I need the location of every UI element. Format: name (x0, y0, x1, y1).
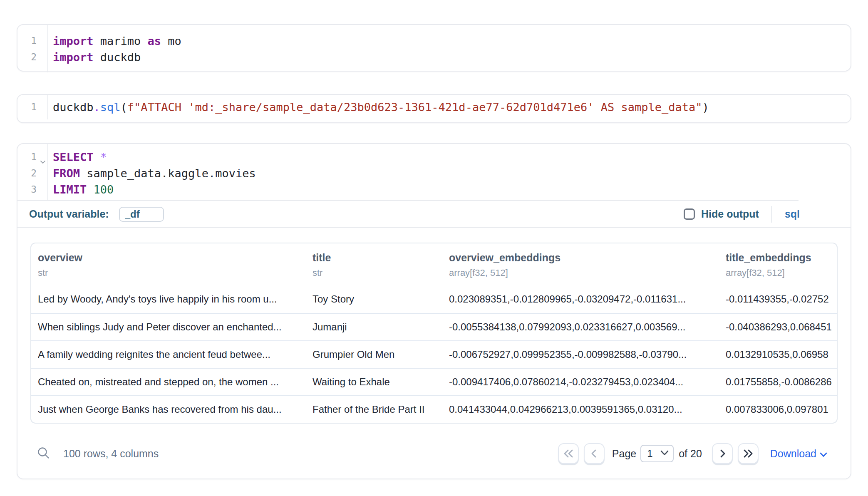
code-token: marimo (94, 35, 148, 47)
line-number: 2 (17, 165, 37, 181)
column-header-title_embeddings[interactable]: title_embeddingsarray[f32, 512] (726, 252, 837, 285)
code-token: mo (161, 35, 181, 47)
column-header-title[interactable]: titlestr (312, 252, 449, 285)
table-cell: A family wedding reignites the ancient f… (38, 349, 312, 360)
line-number: 1 (17, 33, 37, 49)
table-cell: Father of the Bride Part II (312, 404, 449, 415)
column-type: array[f32, 512] (449, 268, 722, 278)
column-header-overview_embeddings[interactable]: overview_embeddingsarray[f32, 512] (449, 252, 726, 285)
code-editor[interactable]: 1SELECT *2FROM sample_data.kaggle.movies… (17, 144, 851, 200)
table-cell: Waiting to Exhale (312, 376, 449, 388)
column-type: str (312, 268, 445, 278)
code-token: sample_data.kaggle.movies (80, 167, 256, 180)
page-total: of 20 (679, 448, 702, 460)
next-page-icon (718, 449, 727, 458)
prev-page-button[interactable] (584, 443, 605, 464)
code-line[interactable]: 1duckdb.sql(f"ATTACH 'md:_share/sample_d… (17, 99, 851, 115)
column-name: overview_embeddings (449, 252, 722, 264)
table-cell: Grumpier Old Men (312, 349, 449, 360)
table-cell: 0.023089351,-0.012809965,-0.03209472,-0.… (449, 293, 726, 305)
code-token: FROM (53, 167, 80, 180)
next-page-button[interactable] (712, 443, 733, 464)
fold-chevron-icon[interactable] (39, 154, 47, 161)
code-line[interactable]: 2FROM sample_data.kaggle.movies (17, 165, 851, 181)
table-footer: 100 rows, 4 columns Page 1 (17, 440, 851, 467)
table-cell: 0.01755858,-0.0086286 (726, 376, 837, 388)
table-row: A family wedding reignites the ancient f… (31, 340, 837, 368)
code-cell-imports: 1import marimo as mo2import duckdb (17, 24, 851, 72)
code-line[interactable]: 2import duckdb (17, 49, 851, 65)
select-chevron-icon (660, 450, 669, 457)
hide-output-checkbox[interactable] (684, 208, 695, 220)
table-cell: Cheated on, mistreated and stepped on, t… (38, 376, 312, 388)
result-table: overviewstrtitlestroverview_embeddingsar… (30, 243, 838, 424)
table-cell: -0.0055384138,0.07992093,0.023316627,0.0… (449, 321, 726, 333)
hide-output-label[interactable]: Hide output (701, 208, 759, 220)
code-line[interactable]: 1SELECT * (17, 149, 851, 165)
sql-cell: 1SELECT *2FROM sample_data.kaggle.movies… (17, 143, 851, 479)
output-variable-bar: Output variable: Hide output sql (17, 201, 851, 228)
table-cell: -0.011439355,-0.02752 (726, 293, 837, 305)
code-editor[interactable]: 1import marimo as mo2import duckdb (17, 25, 851, 72)
first-page-button[interactable] (558, 443, 579, 464)
table-cell: 0.0132910535,0.06958 (726, 349, 837, 360)
code-line[interactable]: 3LIMIT 100 (17, 181, 851, 198)
output-variable-input[interactable] (119, 207, 164, 222)
table-cell: -0.009417406,0.07860214,-0.023279453,0.0… (449, 376, 726, 388)
prev-page-icon (590, 449, 599, 458)
table-row: Just when George Banks has recovered fro… (31, 395, 837, 423)
output-variable-label: Output variable: (29, 208, 109, 220)
code-token: duckdb (53, 101, 94, 114)
column-header-overview[interactable]: overviewstr (38, 252, 312, 285)
row-column-count: 100 rows, 4 columns (63, 448, 159, 460)
page-label: Page (612, 448, 636, 460)
table-cell: When siblings Judy and Peter discover an… (38, 321, 312, 333)
table-cell: Just when George Banks has recovered fro… (38, 404, 312, 415)
table-cell: 0.041433044,0.042966213,0.0039591365,0.0… (449, 404, 726, 415)
code-token: 100 (94, 183, 114, 196)
code-token: SELECT (53, 151, 94, 164)
table-cell: Jumanji (312, 321, 449, 333)
download-chevron-icon (816, 448, 827, 460)
code-token: ( (121, 101, 127, 114)
code-token: sql (100, 101, 121, 114)
column-type: str (38, 268, 308, 278)
page-select-value: 1 (647, 448, 652, 459)
line-number: 1 (17, 99, 37, 115)
table-header-row: overviewstrtitlestroverview_embeddingsar… (31, 243, 837, 285)
last-page-icon (743, 449, 754, 458)
code-token: duckdb (94, 51, 141, 64)
code-editor[interactable]: 1duckdb.sql(f"ATTACH 'md:_share/sample_d… (17, 95, 851, 119)
table-cell: 0.007833006,0.097801 (726, 404, 837, 415)
download-button[interactable]: Download (770, 448, 827, 460)
code-token: ) (702, 101, 709, 114)
table-cell: -0.040386293,0.068451 (726, 321, 837, 333)
search-icon (37, 446, 51, 461)
code-token: . (94, 101, 100, 114)
table-cell: Toy Story (312, 293, 449, 305)
line-number: 1 (17, 149, 37, 165)
code-token: import (53, 35, 94, 47)
code-token: LIMIT (53, 183, 87, 196)
column-type: array[f32, 512] (726, 268, 837, 278)
table-row: Led by Woody, Andy's toys live happily i… (31, 285, 837, 313)
column-name: title_embeddings (726, 252, 837, 264)
pagination: Page 1 of 20 (558, 443, 827, 464)
code-token (94, 151, 100, 164)
code-cell-attach-db: 1duckdb.sql(f"ATTACH 'md:_share/sample_d… (17, 94, 851, 123)
table-cell: Led by Woody, Andy's toys live happily i… (38, 293, 312, 305)
page-select[interactable]: 1 (640, 445, 674, 462)
table-body: Led by Woody, Andy's toys live happily i… (31, 285, 837, 423)
table-cell: -0.006752927,0.099952355,-0.009982588,-0… (449, 349, 726, 360)
search-button[interactable] (36, 446, 52, 461)
column-name: overview (38, 252, 308, 264)
code-line[interactable]: 1import marimo as mo (17, 33, 851, 49)
table-row: When siblings Judy and Peter discover an… (31, 313, 837, 340)
download-label: Download (770, 448, 816, 460)
line-number: 3 (17, 181, 37, 198)
code-token: * (100, 151, 107, 164)
cell-language-badge[interactable]: sql (785, 208, 800, 220)
table-row: Cheated on, mistreated and stepped on, t… (31, 368, 837, 395)
first-page-icon (563, 449, 574, 458)
last-page-button[interactable] (738, 443, 759, 464)
